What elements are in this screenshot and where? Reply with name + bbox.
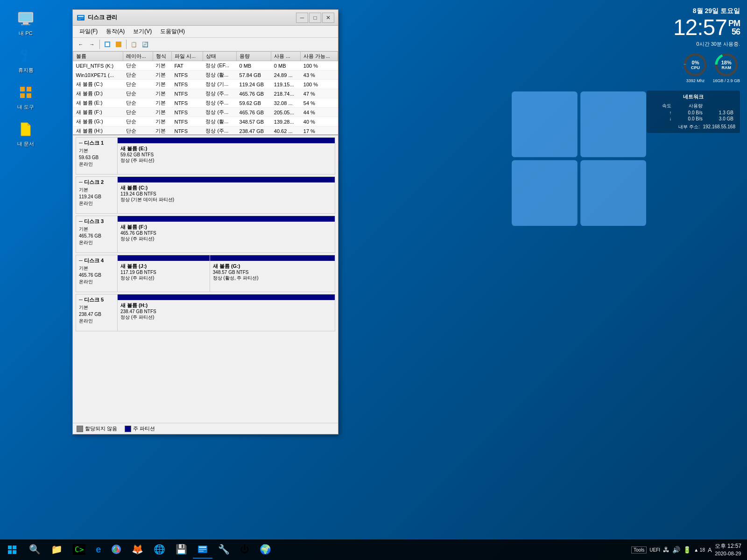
taskbar-app1[interactable]: 🌐: [149, 541, 170, 559]
svg-rect-35: [199, 549, 206, 550]
partition[interactable]: 새 볼륨 (C:) 119.24 GB NTFS 정상 (기본 데이터 파티션): [118, 177, 335, 213]
partition[interactable]: 새 볼륨 (F:) 465.76 GB NTFS 정상 (주 파티션): [118, 216, 335, 252]
cell-status: 정상 (활...: [203, 117, 236, 126]
minimize-button[interactable]: ─: [296, 13, 308, 23]
taskbar-cmd[interactable]: C>: [68, 541, 90, 559]
ram-gauge: 18% RAM: [714, 52, 739, 77]
cell-usedpct: 100 %: [301, 80, 338, 89]
recycle-icon: [16, 46, 35, 65]
desktop-icon-tools[interactable]: 내 도구: [9, 83, 42, 111]
table-row[interactable]: 새 볼륨 (C:) 단순 기본 NTFS 정상 (기... 119.24 GB …: [73, 80, 338, 89]
disk-table-container[interactable]: 볼륨 레이아... 형식 파일 시... 상태 용량 사용 ... 사용 가능.…: [73, 51, 338, 135]
explorer-taskbar-icon: 📁: [51, 544, 63, 555]
disk-visual-scroll[interactable]: ─ 디스크 1 기본 59.63 GB 온라인 새 볼륨 (E:) 59.62 …: [73, 135, 338, 423]
partition[interactable]: 새 볼륨 (G:) 348.57 GB NTFS 정상 (활성, 주 파티션): [210, 255, 335, 292]
maximize-button[interactable]: □: [309, 13, 321, 23]
svg-rect-1: [19, 13, 32, 21]
taskbar-edge[interactable]: e: [91, 541, 106, 559]
disk-size: 59.63 GB: [79, 155, 114, 160]
toolbar: ← → 📋 🔄: [73, 38, 338, 51]
desktop-icon-my-pc[interactable]: 내 PC: [9, 9, 42, 37]
partition-header: [118, 177, 335, 182]
col-status[interactable]: 상태: [203, 52, 236, 61]
start-button[interactable]: [2, 539, 22, 560]
toolbar-btn4[interactable]: 🔄: [140, 39, 150, 49]
table-row[interactable]: 새 볼륨 (E:) 단순 기본 NTFS 정상 (주... 59.62 GB 3…: [73, 98, 338, 108]
partition-size: 59.62 GB NTFS: [120, 152, 332, 157]
back-button[interactable]: ←: [76, 39, 86, 49]
desktop-icon-recycle[interactable]: 휴지통: [9, 46, 42, 74]
table-row[interactable]: 새 볼륨 (H:) 단순 기본 NTFS 정상 (주... 238.47 GB …: [73, 126, 338, 136]
cpu-mhz: 3392 Mhz: [686, 78, 705, 83]
tray-battery[interactable]: 🔋: [683, 546, 691, 553]
close-button[interactable]: ✕: [322, 13, 334, 23]
toolbar-btn1[interactable]: [102, 39, 113, 49]
recycle-label: 휴지통: [18, 67, 34, 74]
col-fs[interactable]: 파일 시...: [171, 52, 203, 61]
svg-rect-36: [199, 551, 204, 552]
partition[interactable]: 새 볼륨 (E:) 59.62 GB NTFS 정상 (주 파티션): [118, 138, 335, 174]
tray-tools[interactable]: Tools: [631, 546, 647, 553]
my-pc-label: 내 PC: [19, 30, 32, 37]
forward-button[interactable]: →: [87, 39, 97, 49]
title-bar-controls: ─ □ ✕: [296, 13, 334, 23]
partition[interactable]: 새 볼륨 (J:) 117.19 GB NTFS 정상 (주 파티션): [118, 255, 210, 292]
ip-label: 내부 주소:: [678, 124, 700, 129]
table-row[interactable]: 새 볼륨 (F:) 단순 기본 NTFS 정상 (주... 465.76 GB …: [73, 108, 338, 117]
taskbar-app3[interactable]: 🔧: [213, 541, 234, 559]
partition-header: [118, 216, 335, 222]
desktop-icon-docs[interactable]: 내 문서: [9, 120, 42, 147]
col-layout[interactable]: 레이아...: [123, 52, 153, 61]
partition-name: 새 볼륨 (H:): [120, 302, 332, 309]
table-row[interactable]: UEFI_NTFS (K:) 단순 기본 FAT 정상 (EF... 0 MB …: [73, 61, 338, 70]
partition[interactable]: 새 볼륨 (H:) 238.47 GB NTFS 정상 (주 파티션): [118, 294, 335, 331]
tray-volume[interactable]: 🔊: [672, 546, 680, 553]
cell-used: 139.28...: [271, 117, 301, 126]
menu-file[interactable]: 파일(F): [76, 27, 101, 36]
taskbar-app4[interactable]: 🌍: [255, 541, 276, 559]
col-type[interactable]: 형식: [153, 52, 171, 61]
legend-primary-box: [125, 426, 131, 432]
col-free[interactable]: 사용 가능...: [301, 52, 338, 61]
disk-size: 465.76 GB: [79, 273, 114, 278]
toolbar-btn3[interactable]: 📋: [129, 39, 139, 49]
cell-fs: NTFS: [171, 126, 203, 136]
taskbar-power[interactable]: ⏻: [235, 541, 254, 559]
table-row[interactable]: Win10XPE71 (... 단순 기본 NTFS 정상 (활... 57.8…: [73, 70, 338, 80]
col-volume[interactable]: 볼륨: [73, 52, 123, 61]
taskbar-disk-mgmt[interactable]: [193, 541, 212, 559]
table-row[interactable]: 새 볼륨 (G:) 단순 기본 NTFS 정상 (활... 348.57 GB …: [73, 117, 338, 126]
cell-fs: NTFS: [171, 70, 203, 80]
menu-action[interactable]: 동작(A): [102, 27, 128, 36]
taskbar-clock[interactable]: 오후 12:57 2020-08-29: [715, 542, 741, 557]
ip-display: 내부 주소: 192.168.55.168: [651, 124, 735, 130]
download-amount: 3.0 GB: [705, 116, 735, 122]
tray-uefi[interactable]: UEFI: [649, 547, 660, 553]
taskbar-search[interactable]: 🔍: [24, 541, 45, 559]
cell-layout: 단순: [123, 117, 153, 126]
cell-used: 205.05...: [271, 108, 301, 117]
taskbar-firefox[interactable]: 🦊: [127, 541, 148, 559]
partition-status: 정상 (기본 데이터 파티션): [120, 196, 332, 203]
taskbar-app2[interactable]: 💾: [171, 541, 192, 559]
cell-capacity: 238.47 GB: [237, 126, 271, 136]
menu-view[interactable]: 보기(V): [129, 27, 155, 36]
table-row[interactable]: 새 볼륨 (D:) 단순 기본 NTFS 정상 (주... 465.76 GB …: [73, 89, 338, 98]
taskbar-chrome[interactable]: [106, 541, 126, 559]
menu-help[interactable]: 도움말(H): [156, 27, 189, 36]
partition-status: 정상 (주 파티션): [120, 236, 332, 242]
col-capacity[interactable]: 용량: [237, 52, 271, 61]
tray-network[interactable]: 🖧: [663, 546, 669, 553]
col-used[interactable]: 사용 ...: [271, 52, 301, 61]
svg-rect-26: [8, 546, 12, 549]
cell-capacity: 57.84 GB: [237, 70, 271, 80]
cell-used: 218.74...: [271, 89, 301, 98]
toolbar-btn2[interactable]: [113, 39, 124, 49]
disk-type: 기본: [79, 304, 114, 311]
taskbar-explorer[interactable]: 📁: [46, 541, 67, 559]
svg-rect-8: [512, 91, 578, 157]
windows-logo: [504, 84, 654, 233]
cell-status: 정상 (주...: [203, 108, 236, 117]
tray-keyboard[interactable]: A: [708, 546, 712, 553]
taskbar-right: Tools UEFI 🖧 🔊 🔋 ▲ 18 A 오후 12:57 2020-08…: [627, 542, 745, 557]
